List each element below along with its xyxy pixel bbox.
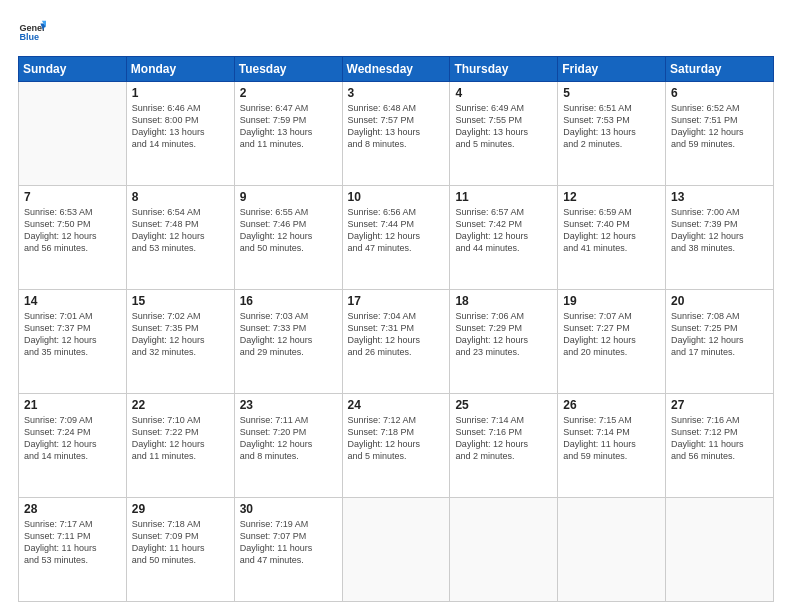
day-number: 27 — [671, 398, 768, 412]
day-number: 7 — [24, 190, 121, 204]
day-number: 1 — [132, 86, 229, 100]
calendar-cell: 19Sunrise: 7:07 AM Sunset: 7:27 PM Dayli… — [558, 290, 666, 394]
weekday-header: Friday — [558, 57, 666, 82]
calendar-cell: 17Sunrise: 7:04 AM Sunset: 7:31 PM Dayli… — [342, 290, 450, 394]
day-info: Sunrise: 6:57 AM Sunset: 7:42 PM Dayligh… — [455, 206, 552, 255]
calendar-page: General Blue SundayMondayTuesdayWednesda… — [0, 0, 792, 612]
day-info: Sunrise: 6:53 AM Sunset: 7:50 PM Dayligh… — [24, 206, 121, 255]
calendar-cell: 23Sunrise: 7:11 AM Sunset: 7:20 PM Dayli… — [234, 394, 342, 498]
logo: General Blue — [18, 18, 46, 46]
calendar-cell: 7Sunrise: 6:53 AM Sunset: 7:50 PM Daylig… — [19, 186, 127, 290]
calendar-cell: 26Sunrise: 7:15 AM Sunset: 7:14 PM Dayli… — [558, 394, 666, 498]
day-info: Sunrise: 7:03 AM Sunset: 7:33 PM Dayligh… — [240, 310, 337, 359]
calendar-week-row: 14Sunrise: 7:01 AM Sunset: 7:37 PM Dayli… — [19, 290, 774, 394]
calendar-cell: 5Sunrise: 6:51 AM Sunset: 7:53 PM Daylig… — [558, 82, 666, 186]
calendar-cell: 9Sunrise: 6:55 AM Sunset: 7:46 PM Daylig… — [234, 186, 342, 290]
calendar-header: SundayMondayTuesdayWednesdayThursdayFrid… — [19, 57, 774, 82]
calendar-cell: 6Sunrise: 6:52 AM Sunset: 7:51 PM Daylig… — [666, 82, 774, 186]
calendar-cell: 2Sunrise: 6:47 AM Sunset: 7:59 PM Daylig… — [234, 82, 342, 186]
calendar-cell: 22Sunrise: 7:10 AM Sunset: 7:22 PM Dayli… — [126, 394, 234, 498]
weekday-header: Wednesday — [342, 57, 450, 82]
day-number: 6 — [671, 86, 768, 100]
day-number: 19 — [563, 294, 660, 308]
weekday-header: Sunday — [19, 57, 127, 82]
calendar-cell: 15Sunrise: 7:02 AM Sunset: 7:35 PM Dayli… — [126, 290, 234, 394]
day-number: 22 — [132, 398, 229, 412]
weekday-header: Monday — [126, 57, 234, 82]
calendar-cell: 3Sunrise: 6:48 AM Sunset: 7:57 PM Daylig… — [342, 82, 450, 186]
calendar-cell: 29Sunrise: 7:18 AM Sunset: 7:09 PM Dayli… — [126, 498, 234, 602]
weekday-header: Tuesday — [234, 57, 342, 82]
calendar-cell — [450, 498, 558, 602]
day-number: 26 — [563, 398, 660, 412]
day-number: 9 — [240, 190, 337, 204]
day-info: Sunrise: 6:49 AM Sunset: 7:55 PM Dayligh… — [455, 102, 552, 151]
day-number: 28 — [24, 502, 121, 516]
day-number: 5 — [563, 86, 660, 100]
day-number: 18 — [455, 294, 552, 308]
day-info: Sunrise: 6:52 AM Sunset: 7:51 PM Dayligh… — [671, 102, 768, 151]
day-info: Sunrise: 6:56 AM Sunset: 7:44 PM Dayligh… — [348, 206, 445, 255]
calendar-cell: 4Sunrise: 6:49 AM Sunset: 7:55 PM Daylig… — [450, 82, 558, 186]
weekday-header: Saturday — [666, 57, 774, 82]
day-info: Sunrise: 7:17 AM Sunset: 7:11 PM Dayligh… — [24, 518, 121, 567]
day-number: 21 — [24, 398, 121, 412]
day-number: 25 — [455, 398, 552, 412]
calendar-cell — [342, 498, 450, 602]
calendar-cell: 20Sunrise: 7:08 AM Sunset: 7:25 PM Dayli… — [666, 290, 774, 394]
day-number: 4 — [455, 86, 552, 100]
calendar-cell: 14Sunrise: 7:01 AM Sunset: 7:37 PM Dayli… — [19, 290, 127, 394]
day-info: Sunrise: 6:54 AM Sunset: 7:48 PM Dayligh… — [132, 206, 229, 255]
calendar-cell: 1Sunrise: 6:46 AM Sunset: 8:00 PM Daylig… — [126, 82, 234, 186]
calendar-table: SundayMondayTuesdayWednesdayThursdayFrid… — [18, 56, 774, 602]
day-number: 30 — [240, 502, 337, 516]
calendar-cell: 8Sunrise: 6:54 AM Sunset: 7:48 PM Daylig… — [126, 186, 234, 290]
day-number: 10 — [348, 190, 445, 204]
day-info: Sunrise: 7:15 AM Sunset: 7:14 PM Dayligh… — [563, 414, 660, 463]
weekday-row: SundayMondayTuesdayWednesdayThursdayFrid… — [19, 57, 774, 82]
logo-icon: General Blue — [18, 18, 46, 46]
calendar-cell: 18Sunrise: 7:06 AM Sunset: 7:29 PM Dayli… — [450, 290, 558, 394]
day-info: Sunrise: 6:46 AM Sunset: 8:00 PM Dayligh… — [132, 102, 229, 151]
day-info: Sunrise: 7:08 AM Sunset: 7:25 PM Dayligh… — [671, 310, 768, 359]
day-info: Sunrise: 6:48 AM Sunset: 7:57 PM Dayligh… — [348, 102, 445, 151]
calendar-cell: 12Sunrise: 6:59 AM Sunset: 7:40 PM Dayli… — [558, 186, 666, 290]
calendar-cell: 25Sunrise: 7:14 AM Sunset: 7:16 PM Dayli… — [450, 394, 558, 498]
day-info: Sunrise: 7:12 AM Sunset: 7:18 PM Dayligh… — [348, 414, 445, 463]
day-info: Sunrise: 7:11 AM Sunset: 7:20 PM Dayligh… — [240, 414, 337, 463]
calendar-cell: 27Sunrise: 7:16 AM Sunset: 7:12 PM Dayli… — [666, 394, 774, 498]
calendar-cell — [19, 82, 127, 186]
day-number: 16 — [240, 294, 337, 308]
day-number: 14 — [24, 294, 121, 308]
header: General Blue — [18, 18, 774, 46]
day-number: 13 — [671, 190, 768, 204]
calendar-cell — [558, 498, 666, 602]
calendar-cell: 28Sunrise: 7:17 AM Sunset: 7:11 PM Dayli… — [19, 498, 127, 602]
calendar-cell: 16Sunrise: 7:03 AM Sunset: 7:33 PM Dayli… — [234, 290, 342, 394]
day-info: Sunrise: 7:07 AM Sunset: 7:27 PM Dayligh… — [563, 310, 660, 359]
calendar-week-row: 1Sunrise: 6:46 AM Sunset: 8:00 PM Daylig… — [19, 82, 774, 186]
day-number: 24 — [348, 398, 445, 412]
day-info: Sunrise: 7:16 AM Sunset: 7:12 PM Dayligh… — [671, 414, 768, 463]
day-info: Sunrise: 7:10 AM Sunset: 7:22 PM Dayligh… — [132, 414, 229, 463]
day-info: Sunrise: 6:55 AM Sunset: 7:46 PM Dayligh… — [240, 206, 337, 255]
calendar-week-row: 7Sunrise: 6:53 AM Sunset: 7:50 PM Daylig… — [19, 186, 774, 290]
day-info: Sunrise: 7:09 AM Sunset: 7:24 PM Dayligh… — [24, 414, 121, 463]
day-number: 3 — [348, 86, 445, 100]
day-info: Sunrise: 6:59 AM Sunset: 7:40 PM Dayligh… — [563, 206, 660, 255]
day-number: 15 — [132, 294, 229, 308]
calendar-cell: 30Sunrise: 7:19 AM Sunset: 7:07 PM Dayli… — [234, 498, 342, 602]
day-info: Sunrise: 7:00 AM Sunset: 7:39 PM Dayligh… — [671, 206, 768, 255]
calendar-week-row: 28Sunrise: 7:17 AM Sunset: 7:11 PM Dayli… — [19, 498, 774, 602]
day-number: 20 — [671, 294, 768, 308]
weekday-header: Thursday — [450, 57, 558, 82]
day-number: 17 — [348, 294, 445, 308]
day-number: 2 — [240, 86, 337, 100]
calendar-body: 1Sunrise: 6:46 AM Sunset: 8:00 PM Daylig… — [19, 82, 774, 602]
calendar-week-row: 21Sunrise: 7:09 AM Sunset: 7:24 PM Dayli… — [19, 394, 774, 498]
day-number: 11 — [455, 190, 552, 204]
calendar-cell — [666, 498, 774, 602]
day-number: 23 — [240, 398, 337, 412]
day-info: Sunrise: 7:19 AM Sunset: 7:07 PM Dayligh… — [240, 518, 337, 567]
day-info: Sunrise: 6:47 AM Sunset: 7:59 PM Dayligh… — [240, 102, 337, 151]
